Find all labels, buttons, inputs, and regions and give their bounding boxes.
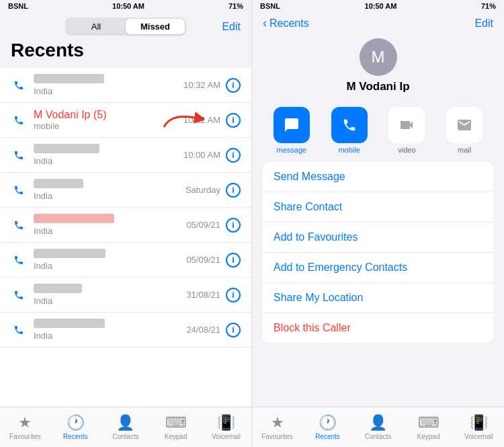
- call-sub: India: [34, 86, 183, 96]
- call-phone-icon: [11, 220, 27, 231]
- right-edit-button[interactable]: Edit: [474, 17, 493, 30]
- info-button[interactable]: i: [226, 218, 241, 233]
- tab-favourites-left[interactable]: ★ Favourites: [0, 414, 50, 440]
- call-phone-icon: [11, 150, 27, 161]
- call-item[interactable]: India Saturday i: [0, 173, 251, 208]
- option-block-caller[interactable]: Block this Caller: [263, 313, 493, 343]
- star-icon: ★: [18, 414, 32, 432]
- status-bar: BSNL 10:50 AM 71% BSNL 10:50 AM 71%: [0, 0, 504, 12]
- call-details: India: [34, 74, 183, 96]
- video-icon-box: [388, 107, 425, 143]
- chevron-left-icon: ‹: [263, 16, 267, 30]
- call-details: India: [34, 284, 186, 306]
- call-name: [34, 284, 186, 296]
- action-row: message mobile video mail: [252, 101, 504, 162]
- info-button[interactable]: i: [226, 323, 241, 337]
- option-add-favourites[interactable]: Add to Favourites: [263, 222, 493, 253]
- call-details: India: [34, 249, 186, 271]
- call-sub: India: [34, 156, 183, 166]
- back-label: Recents: [269, 17, 309, 30]
- action-mobile[interactable]: mobile: [326, 107, 373, 154]
- call-details: India: [34, 214, 186, 236]
- seg-missed[interactable]: Missed: [126, 19, 185, 34]
- tab-favourites-right[interactable]: ★ Favourites: [252, 414, 302, 440]
- voicemail-icon: 📳: [217, 414, 235, 432]
- mobile-icon-box: [331, 107, 368, 143]
- keypad-icon-right: ⌨: [418, 414, 439, 432]
- tab-label-favourites-right: Favourites: [261, 433, 293, 440]
- tab-label-contacts-right: Contacts: [365, 433, 391, 440]
- info-button[interactable]: i: [226, 148, 241, 163]
- star-icon-right: ★: [271, 414, 284, 432]
- call-phone-icon: [11, 80, 27, 91]
- call-phone-icon: [11, 185, 27, 196]
- tab-keypad-right[interactable]: ⌨ Keypad: [403, 414, 454, 440]
- call-details: M Vodani Ip (5) mobile: [34, 109, 183, 131]
- info-button[interactable]: i: [226, 113, 241, 128]
- call-sub: India: [34, 191, 185, 201]
- option-share-contact[interactable]: Share Contact: [263, 192, 493, 222]
- tab-label-contacts-left: Contacts: [112, 433, 138, 440]
- call-name: [34, 74, 183, 86]
- call-details: India: [34, 319, 186, 341]
- call-time: 05/09/21: [186, 220, 220, 230]
- left-carrier: BSNL: [8, 2, 28, 10]
- call-item[interactable]: India 31/08/21 i: [0, 278, 251, 313]
- info-button[interactable]: i: [226, 288, 241, 302]
- recents-title: Recents: [11, 40, 241, 61]
- option-send-message[interactable]: Send Message: [263, 162, 493, 192]
- tab-contacts-right[interactable]: 👤 Contacts: [353, 414, 403, 440]
- tab-keypad-left[interactable]: ⌨ Keypad: [151, 414, 201, 440]
- tab-label-keypad-left: Keypad: [165, 433, 187, 440]
- action-message[interactable]: message: [268, 107, 315, 154]
- left-tab-bar: ★ Favourites 🕐 Recents 👤 Contacts ⌨ Keyp…: [0, 407, 251, 447]
- right-tab-bar: ★ Favourites 🕐 Recents 👤 Contacts ⌨ Keyp…: [252, 407, 504, 447]
- call-item[interactable]: India 24/08/21 i: [0, 313, 251, 348]
- contacts-icon-right: 👤: [369, 414, 387, 432]
- call-item[interactable]: India 05/09/21 i: [0, 208, 251, 243]
- call-name: [34, 319, 186, 331]
- call-list: India 10:32 AM i M Vodani Ip (5) mobile …: [0, 68, 251, 407]
- contact-name: M Vodani Ip: [346, 80, 409, 93]
- call-details: India: [34, 179, 185, 201]
- tab-voicemail-right[interactable]: 📳 Voicemail: [454, 414, 504, 440]
- call-sub: India: [34, 296, 186, 306]
- call-item[interactable]: India 05/09/21 i: [0, 243, 251, 278]
- action-mail[interactable]: mail: [441, 107, 488, 154]
- tab-voicemail-left[interactable]: 📳 Voicemail: [201, 414, 251, 440]
- options-list: Send Message Share Contact Add to Favour…: [252, 162, 504, 407]
- info-button[interactable]: i: [226, 183, 241, 198]
- action-video[interactable]: video: [383, 107, 430, 154]
- option-share-location[interactable]: Share My Location: [263, 283, 493, 313]
- tab-recents-right[interactable]: 🕐 Recents: [302, 414, 353, 440]
- recents-icon-right: 🕐: [319, 414, 337, 432]
- info-button[interactable]: i: [226, 78, 241, 93]
- call-phone-icon: [11, 115, 27, 126]
- call-item[interactable]: India 10:32 AM i: [0, 68, 251, 103]
- call-sub: India: [34, 261, 186, 271]
- segmented-control[interactable]: All Missed: [65, 17, 186, 36]
- back-button[interactable]: ‹ Recents: [263, 16, 309, 30]
- option-add-emergency[interactable]: Add to Emergency Contacts: [263, 253, 493, 283]
- call-item[interactable]: India 10:00 AM i: [0, 138, 251, 173]
- seg-all[interactable]: All: [67, 19, 126, 34]
- call-time: 10:00 AM: [183, 150, 220, 160]
- right-time: 10:50 AM: [365, 2, 397, 10]
- left-time: 10:50 AM: [112, 2, 144, 10]
- call-time: 10:32 AM: [183, 115, 220, 125]
- tab-label-favourites-left: Favourites: [9, 433, 41, 440]
- tab-contacts-left[interactable]: 👤 Contacts: [101, 414, 151, 440]
- call-time: 05/09/21: [186, 255, 220, 265]
- tab-recents-left[interactable]: 🕐 Recents: [50, 414, 101, 440]
- call-sub: India: [34, 331, 186, 341]
- tab-label-voicemail-right: Voicemail: [464, 433, 493, 440]
- left-edit-button[interactable]: Edit: [222, 21, 241, 33]
- call-phone-icon: [11, 325, 27, 335]
- call-item[interactable]: M Vodani Ip (5) mobile 10:32 AM i: [0, 103, 251, 138]
- left-panel: All Missed Edit Recents India 10:32 AM i…: [0, 12, 252, 447]
- info-button[interactable]: i: [226, 253, 241, 268]
- call-name: [34, 179, 185, 191]
- tab-label-recents-right: Recents: [315, 433, 340, 440]
- call-name: [34, 249, 186, 261]
- avatar: M: [360, 38, 397, 76]
